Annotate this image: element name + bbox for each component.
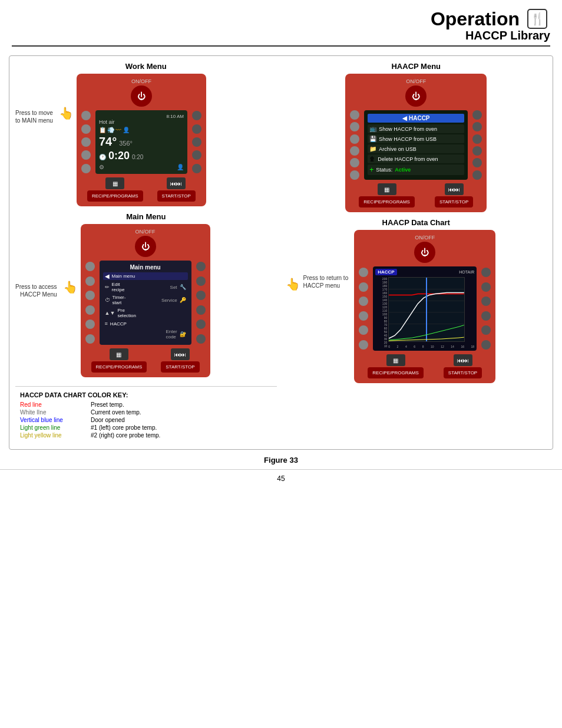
mm-right-btn-2[interactable] bbox=[196, 276, 206, 286]
hm-right-btn-3[interactable] bbox=[472, 134, 482, 144]
recipe-programs-btn-hc[interactable]: RECIPE/PROGRAMS bbox=[368, 367, 424, 378]
hm-right-btn-5[interactable] bbox=[472, 158, 482, 167]
hc-left-btn-2[interactable] bbox=[359, 282, 368, 292]
mm-service-text: Service bbox=[161, 298, 177, 303]
haacp-menu-right-buttons bbox=[472, 110, 482, 180]
temp-sub-display: 356° bbox=[119, 140, 133, 147]
mm-left-btn-3[interactable] bbox=[85, 291, 95, 300]
hm-right-btn-6[interactable] bbox=[472, 170, 482, 180]
hc-right-btn-1[interactable] bbox=[481, 268, 491, 277]
x-10: 10 bbox=[431, 345, 434, 348]
hm-left-btn-6[interactable] bbox=[350, 170, 359, 180]
mm-haccp-text: HACCP bbox=[110, 321, 127, 327]
right-btn-5[interactable] bbox=[192, 164, 201, 173]
left-btn-5[interactable] bbox=[81, 164, 91, 173]
hc-right-btn-4[interactable] bbox=[481, 311, 491, 321]
settings-icon: ⚙ bbox=[99, 164, 104, 170]
chart-subtitle: HOTAIR bbox=[459, 270, 474, 274]
main-menu-left-buttons bbox=[85, 261, 95, 345]
right-btn-2[interactable] bbox=[192, 124, 201, 134]
hm-left-btn-5[interactable] bbox=[350, 158, 359, 167]
mm-right-btn-5[interactable] bbox=[196, 319, 206, 329]
hc-left-btn-3[interactable] bbox=[359, 297, 368, 306]
hm-title: HACCP bbox=[409, 115, 430, 121]
main-menu-section: Main Menu Press to accessHACCP Menu 👆 ON… bbox=[15, 212, 277, 377]
legend-red-value: Preset temp. bbox=[91, 401, 272, 408]
page-subtitle: HACCP Library bbox=[465, 29, 550, 42]
left-btn-3[interactable] bbox=[81, 137, 91, 147]
right-btn-4[interactable] bbox=[192, 150, 201, 160]
left-btn-1[interactable] bbox=[81, 111, 91, 120]
start-stop-btn-wm[interactable]: START/STOP bbox=[157, 190, 196, 202]
mm-left-btn-2[interactable] bbox=[85, 276, 95, 286]
legend-blue-value: Door opened bbox=[91, 417, 272, 423]
right-btn-3[interactable] bbox=[192, 137, 201, 147]
right-btn-1[interactable] bbox=[192, 111, 201, 120]
haacp-data-chart-device: ON/OFF ⏻ bbox=[354, 230, 495, 383]
hm-left-btn-3[interactable] bbox=[350, 134, 359, 144]
press-haccp-label: Press to accessHACCP Menu bbox=[15, 283, 57, 298]
start-stop-btn-mm[interactable]: START/STOP bbox=[161, 361, 199, 373]
work-menu-screen: 8:10 AM Hot air 📋 💨 〰 👤 bbox=[95, 110, 187, 174]
hc-right-btn-2[interactable] bbox=[481, 282, 491, 292]
recipe-programs-btn-hm[interactable]: RECIPE/PROGRAMS bbox=[359, 196, 415, 207]
mm-right-btn-3[interactable] bbox=[196, 291, 206, 300]
hm-right-btn-1[interactable] bbox=[472, 110, 482, 120]
main-menu-title: Main menu bbox=[103, 264, 188, 271]
haacp-chart-onoff-button[interactable]: ⏻ bbox=[414, 242, 435, 263]
haacp-menu-section: HAACP Menu ON/OFF ⏻ bbox=[286, 62, 547, 212]
mm-right-btn-1[interactable] bbox=[196, 262, 206, 271]
main-menu-screen: Main menu ◀ Main menu ✏ Editrecipe Set bbox=[100, 261, 191, 345]
hc-left-btn-4[interactable] bbox=[359, 311, 368, 321]
legend-table: Red line Preset temp. White lIne Current… bbox=[20, 401, 272, 439]
x-2: 2 bbox=[397, 345, 399, 348]
user-icon: 👤 bbox=[123, 127, 130, 133]
page-title: Operation bbox=[431, 8, 520, 30]
hc-right-btn-3[interactable] bbox=[481, 297, 491, 306]
x-8: 8 bbox=[422, 345, 424, 348]
mm-service-icon: 🔑 bbox=[180, 297, 186, 303]
haccp-chart-svg bbox=[388, 277, 465, 342]
haacp-menu-onoff-button[interactable]: ⏻ bbox=[405, 85, 427, 107]
hc-left-btn-5[interactable] bbox=[359, 325, 368, 335]
hm-right-btn-4[interactable] bbox=[472, 146, 482, 156]
main-menu-right-buttons bbox=[196, 261, 206, 345]
figure-caption: Figure 33 bbox=[0, 456, 562, 465]
hc-left-btn-1[interactable] bbox=[359, 268, 368, 277]
hm-right-btn-2[interactable] bbox=[472, 122, 482, 131]
legend-section: HACCP DATA CHART COLOR KEY: Red line Pre… bbox=[15, 386, 277, 443]
legend-blue-key: Vertical blue line bbox=[20, 417, 85, 423]
start-stop-icon-hm: ⏮⏭ bbox=[448, 186, 460, 193]
hc-right-btn-5[interactable] bbox=[481, 325, 491, 335]
mm-right-btn-6[interactable] bbox=[196, 334, 206, 344]
x-0: 0 bbox=[388, 345, 390, 348]
mm-left-btn-1[interactable] bbox=[85, 262, 95, 271]
hc-right-btn-6[interactable] bbox=[481, 340, 491, 350]
work-menu-bottom-buttons: ▦ RECIPE/PROGRAMS ⏮⏭ START/STOP bbox=[81, 177, 201, 202]
mm-left-btn-5[interactable] bbox=[85, 319, 95, 329]
main-menu-onoff-button[interactable]: ⏻ bbox=[135, 236, 156, 257]
x-6: 6 bbox=[414, 345, 415, 348]
left-btn-2[interactable] bbox=[81, 124, 91, 134]
hm-usb-show-text: Show HACCP from USB bbox=[379, 136, 437, 142]
recipe-programs-btn-wm[interactable]: RECIPE/PROGRAMS bbox=[87, 190, 143, 202]
haacp-chart-bottom-buttons: ▦ RECIPE/PROGRAMS ⏮⏭ START/STOP bbox=[359, 354, 491, 378]
start-stop-btn-hc[interactable]: START/STOP bbox=[444, 367, 482, 378]
recipe-programs-btn-mm[interactable]: RECIPE/PROGRAMS bbox=[91, 361, 147, 373]
hm-left-btn-4[interactable] bbox=[350, 146, 359, 156]
hm-oven-text: Show HACCP from oven bbox=[379, 126, 437, 132]
haacp-menu-bottom-buttons: ▦ RECIPE/PROGRAMS ⏮⏭ START/STOP bbox=[350, 183, 482, 207]
recipe-programs-icon-mm: ▦ bbox=[116, 351, 121, 358]
mm-right-btn-4[interactable] bbox=[196, 305, 206, 315]
left-btn-4[interactable] bbox=[81, 150, 91, 160]
temperature-display: 74° bbox=[99, 135, 117, 149]
mm-left-btn-6[interactable] bbox=[85, 334, 95, 344]
start-stop-btn-hm[interactable]: START/STOP bbox=[435, 196, 473, 207]
mm-left-btn-4[interactable] bbox=[85, 305, 95, 315]
hc-left-btn-6[interactable] bbox=[359, 340, 368, 350]
haacp-data-chart-section: HAACP Data Chart 👆 Press to return toHAC… bbox=[286, 218, 547, 383]
legend-green-value: #1 (left) core probe temp. bbox=[91, 424, 272, 431]
hm-left-btn-1[interactable] bbox=[350, 110, 359, 120]
hm-left-btn-2[interactable] bbox=[350, 122, 359, 131]
work-menu-onoff-button[interactable]: ⏻ bbox=[131, 85, 152, 107]
